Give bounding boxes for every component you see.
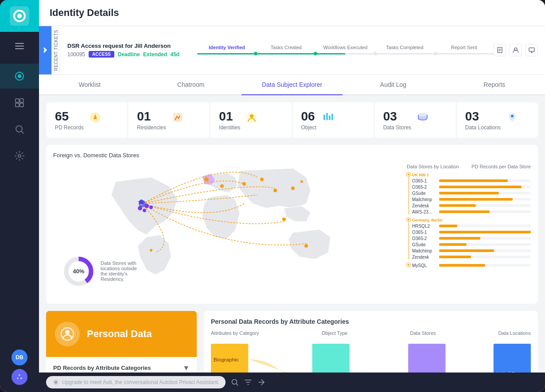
- pd-records-title: PD Records by Attribute Categories ▼: [53, 364, 190, 372]
- pd-records-value: 65: [55, 109, 84, 124]
- svg-point-36: [242, 182, 246, 186]
- user-avatar-db[interactable]: DB: [12, 349, 27, 365]
- logo[interactable]: [0, 0, 39, 32]
- location-group-berlin: Germany, Berlin HRSQL2 O365-1: [407, 218, 531, 260]
- tab-data-subject-explorer[interactable]: Data Subject Explorer: [241, 75, 343, 95]
- ticket-action-monitor[interactable]: [526, 44, 538, 56]
- location-indicator-uk: [407, 173, 410, 214]
- search-status-action[interactable]: [231, 378, 239, 386]
- ticket-action-doc[interactable]: [494, 44, 506, 56]
- svg-point-13: [19, 374, 20, 376]
- tab-reports[interactable]: Reports: [444, 75, 545, 95]
- svg-point-51: [65, 330, 70, 334]
- svg-point-46: [143, 209, 146, 212]
- recent-tickets-toggle[interactable]: [39, 26, 51, 74]
- object-label: Object: [301, 124, 317, 131]
- location-indicator-mysql: [407, 263, 410, 268]
- stat-residencies: 01 Residencies: [128, 102, 210, 138]
- location-row: AWS-23...: [412, 210, 531, 214]
- location-row: Zendesk: [412, 203, 531, 208]
- pd-chart-panel: Personal Data Records by Attribute Categ…: [204, 311, 538, 373]
- status-message: Upgrade to meet Auti, the conversational…: [62, 379, 219, 385]
- location-row: GSuite: [412, 242, 531, 247]
- ticket-action-user[interactable]: [510, 44, 522, 56]
- location-row: GSuite: [412, 191, 531, 196]
- nav-tabs: Worklist Chatroom Data Subject Explorer …: [39, 75, 545, 95]
- svg-rect-18: [529, 48, 534, 51]
- pd-chart-columns: Attributes by Category Object Type Data …: [211, 330, 531, 336]
- svg-point-45: [138, 206, 142, 210]
- stat-content-id: 01 Identities: [219, 109, 240, 131]
- object-value: 06: [301, 109, 317, 124]
- location-row: O365-2: [412, 185, 531, 190]
- col-attributes: Attributes by Category: [211, 330, 259, 336]
- ticket-deadline: Deadline Extended 45d: [118, 51, 179, 58]
- location-row: O365-2: [412, 236, 531, 241]
- data-locations-label: Data Locations: [465, 124, 501, 131]
- main-area: Identity Details RECENT TICKETS DSR Acce…: [39, 0, 545, 392]
- stat-content-obj: 06 Object: [301, 109, 317, 131]
- map-left: 40% Data Stores with locations outside t…: [53, 164, 400, 297]
- stat-data-stores: 03 Data Stores: [374, 102, 456, 138]
- location-group-mysql: MySQL: [407, 263, 531, 268]
- step-label-4: Tasks Completed: [375, 45, 434, 50]
- bottom-panels: Personal Data PD Records by Attribute Ca…: [46, 311, 538, 373]
- recent-tickets-bar: RECENT TICKETS DSR Access request for Ji…: [39, 26, 545, 75]
- stat-pd-records: 65 PD Records: [46, 102, 128, 138]
- menu-toggle-button[interactable]: [0, 35, 39, 57]
- col-data-stores: Data Stores: [410, 330, 436, 336]
- sidebar-bottom: DB: [12, 349, 27, 392]
- svg-point-1: [17, 14, 22, 18]
- map-section: Foreign vs. Domestic Data Stores: [46, 145, 538, 304]
- deadline-label: Deadline: [118, 51, 140, 58]
- expand-status-action[interactable]: [257, 378, 265, 386]
- donut-legend: Data Stores with locations outside the i…: [101, 260, 145, 282]
- deadline-days: 45d: [170, 51, 179, 58]
- stat-content-dl: 03 Data Locations: [465, 109, 501, 131]
- user-avatar-dots[interactable]: [12, 369, 27, 385]
- tab-audit-log[interactable]: Audit Log: [343, 75, 444, 95]
- personal-data-header: Personal Data: [46, 311, 197, 357]
- svg-rect-26: [329, 116, 331, 120]
- filter-status-action[interactable]: [244, 378, 252, 386]
- svg-point-47: [149, 206, 153, 209]
- location-row: MySQL: [412, 263, 531, 268]
- identities-icon: [245, 111, 258, 124]
- ticket-type-badge: ACCESS: [89, 51, 114, 58]
- status-bar-actions: [231, 378, 265, 386]
- tab-chatroom[interactable]: Chatroom: [140, 75, 241, 95]
- deadline-value: Extended: [143, 51, 167, 58]
- svg-point-29: [511, 115, 514, 117]
- pd-chart-title: Personal Data Records by Attribute Categ…: [211, 318, 531, 325]
- page-title: Identity Details: [50, 7, 534, 19]
- identities-label: Identities: [219, 124, 240, 131]
- sidebar-item-settings[interactable]: [0, 144, 39, 168]
- step-label-2: Tasks Created: [257, 45, 316, 50]
- sidebar-navigation: [0, 57, 39, 349]
- svg-text:Biographic: Biographic: [214, 357, 239, 362]
- recent-tickets-label: RECENT TICKETS: [51, 26, 60, 74]
- chart-headers: Data Stores by Location PD Records per D…: [407, 164, 531, 169]
- svg-point-43: [150, 249, 152, 252]
- pd-records-icon: [89, 111, 101, 124]
- pd-dropdown-icon[interactable]: ▼: [183, 364, 190, 372]
- progress-track: [197, 52, 494, 55]
- svg-point-38: [273, 189, 277, 192]
- page-header: Identity Details: [39, 0, 545, 26]
- tab-worklist[interactable]: Worklist: [39, 75, 140, 95]
- svg-rect-4: [15, 48, 24, 49]
- map-right-chart: Data Stores by Location PD Records per D…: [407, 164, 531, 297]
- personal-data-panel: Personal Data PD Records by Attribute Ca…: [46, 311, 197, 373]
- progress-steps-container: Identity Verified Tasks Created Workflow…: [197, 45, 494, 55]
- svg-point-35: [220, 184, 224, 188]
- chart-header-records: PD Records per Data Store: [471, 164, 531, 169]
- chat-bubble-icon: [52, 379, 59, 386]
- data-locations-value: 03: [465, 109, 501, 124]
- sidebar-item-dashboard[interactable]: [0, 90, 39, 115]
- personal-data-body: PD Records by Attribute Categories ▼ Bio…: [46, 357, 197, 373]
- svg-point-41: [282, 217, 286, 221]
- sidebar-item-search[interactable]: [0, 117, 39, 142]
- sidebar-item-home[interactable]: [0, 64, 39, 89]
- location-row: Mailchimp: [412, 248, 531, 253]
- map-content: 40% Data Stores with locations outside t…: [53, 164, 531, 297]
